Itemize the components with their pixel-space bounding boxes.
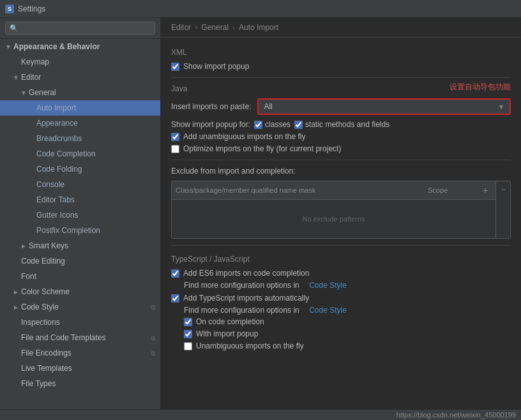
sidebar-label-file-types: File Types bbox=[21, 378, 56, 389]
content-body: XML Show import popup Java 设置自动导包功能 Inse… bbox=[161, 38, 521, 409]
classes-check-group: classes bbox=[254, 120, 291, 129]
find-more-ts-row: Find more configuration options in Code … bbox=[171, 306, 511, 315]
insert-dropdown-wrapper: All Ask None ▼ bbox=[257, 98, 511, 115]
add-typescript-check[interactable] bbox=[171, 294, 179, 303]
sidebar-label-code-folding: Code Folding bbox=[36, 163, 82, 175]
add-typescript-row: Add TypeScript imports automatically bbox=[171, 294, 511, 303]
sidebar-label-gutter-icons: Gutter Icons bbox=[36, 209, 78, 221]
sidebar-item-inspections[interactable]: Inspections bbox=[0, 315, 160, 330]
sidebar-item-keymap[interactable]: Keymap bbox=[0, 54, 160, 70]
sidebar-item-appearance-behavior[interactable]: ▼Appearance & Behavior bbox=[0, 39, 160, 54]
sidebar-label-appearance-behavior: Appearance & Behavior bbox=[13, 41, 100, 52]
sidebar-label-breadcrumbs: Breadcrumbs bbox=[36, 133, 82, 144]
sidebar-item-file-code-templates[interactable]: File and Code Templates⧉ bbox=[0, 330, 160, 345]
copy-icon-file-encodings: ⧉ bbox=[151, 349, 155, 358]
title-bar-text: Settings bbox=[18, 4, 45, 13]
unambiguous-row: Unambiguous imports on the fly bbox=[171, 341, 511, 350]
breadcrumb-autoimport: Auto Import bbox=[239, 23, 278, 32]
sidebar-label-postfix-completion: Postfix Completion bbox=[36, 225, 100, 236]
sidebar-item-general[interactable]: ▼General bbox=[0, 85, 160, 100]
expand-icon-color-scheme: ► bbox=[13, 287, 19, 297]
code-style-link-ts[interactable]: Code Style bbox=[309, 306, 347, 315]
sidebar-label-keymap: Keymap bbox=[21, 56, 49, 68]
sidebar-item-file-types[interactable]: File Types bbox=[0, 376, 160, 391]
sidebar-label-appearance: Appearance bbox=[36, 117, 78, 129]
es6-check-row: Add ES6 imports on code completion bbox=[171, 269, 511, 278]
sidebar-item-code-folding[interactable]: Code Folding bbox=[0, 161, 160, 177]
sidebar-item-file-encodings[interactable]: File Encodings⧉ bbox=[0, 345, 160, 361]
content-panel: Editor › General › Auto Import XML Show … bbox=[161, 18, 521, 409]
show-import-popup-check[interactable] bbox=[171, 63, 179, 71]
sidebar-label-file-encodings: File Encodings bbox=[21, 347, 72, 359]
unambiguous-check[interactable] bbox=[184, 342, 192, 350]
sidebar-label-code-editing: Code Editing bbox=[21, 255, 65, 267]
expand-icon-code-style: ► bbox=[13, 303, 19, 312]
sidebar-item-console[interactable]: Console bbox=[0, 177, 160, 192]
es6-checkbox[interactable] bbox=[171, 269, 179, 278]
classes-checkbox[interactable] bbox=[254, 121, 262, 129]
sidebar-item-color-scheme[interactable]: ►Color Scheme bbox=[0, 284, 160, 299]
sidebar-item-breadcrumbs[interactable]: Breadcrumbs bbox=[0, 131, 160, 146]
table-col2-header: Scope bbox=[428, 186, 479, 194]
unambiguous-label: Unambiguous imports on the fly bbox=[196, 341, 304, 350]
add-unambiguous-check[interactable] bbox=[171, 133, 179, 141]
sidebar-item-appearance[interactable]: Appearance bbox=[0, 116, 160, 131]
static-checkbox[interactable] bbox=[294, 121, 303, 129]
table-col1-header: Class/package/member qualified name mask bbox=[176, 186, 428, 194]
classes-label: classes bbox=[265, 120, 291, 129]
sidebar-item-code-editing[interactable]: Code Editing bbox=[0, 253, 160, 269]
sidebar-label-font: Font bbox=[21, 271, 36, 282]
xml-section-label: XML bbox=[171, 48, 511, 57]
sidebar-item-font[interactable]: Font bbox=[0, 269, 160, 284]
insert-imports-dropdown[interactable]: All Ask None bbox=[259, 100, 510, 114]
optimize-imports-check[interactable] bbox=[171, 145, 179, 153]
sidebar-item-auto-import[interactable]: Auto Import bbox=[0, 100, 160, 116]
find-more-ts-text: Find more configuration options in bbox=[184, 306, 299, 315]
add-typescript-label: Add TypeScript imports automatically bbox=[183, 294, 309, 303]
optimize-imports-row: Optimize imports on the fly (for current… bbox=[171, 144, 511, 153]
sidebar-item-smart-keys[interactable]: ►Smart Keys bbox=[0, 238, 160, 253]
add-pattern-button[interactable]: + bbox=[479, 184, 492, 197]
sidebar-item-code-completion[interactable]: Code Completion bbox=[0, 146, 160, 161]
sidebar-item-editor-tabs[interactable]: Editor Tabs bbox=[0, 192, 160, 207]
static-check-group: static methods and fields bbox=[294, 120, 389, 129]
sidebar-label-inspections: Inspections bbox=[21, 317, 60, 328]
sidebar-label-auto-import: Auto Import bbox=[36, 102, 76, 114]
copy-icon-code-style: ⧉ bbox=[151, 303, 155, 312]
sidebar-item-live-templates[interactable]: Live Templates bbox=[0, 361, 160, 376]
with-import-popup-row: With import popup bbox=[171, 329, 511, 338]
on-code-completion-row: On code completion bbox=[171, 317, 511, 326]
es6-label: Add ES6 imports on code completion bbox=[183, 269, 309, 278]
search-input[interactable] bbox=[5, 22, 155, 34]
add-unambiguous-row: Add unambiguous imports on the fly bbox=[171, 132, 511, 141]
find-more-es6-text: Find more configuration options in bbox=[184, 281, 299, 290]
sidebar-label-smart-keys: Smart Keys bbox=[29, 240, 68, 251]
sidebar-label-color-scheme: Color Scheme bbox=[21, 286, 70, 297]
sidebar-item-gutter-icons[interactable]: Gutter Icons bbox=[0, 207, 160, 223]
sidebar-label-file-code-templates: File and Code Templates bbox=[21, 332, 106, 343]
tree-container: ▼Appearance & BehaviorKeymap▼Editor▼Gene… bbox=[0, 39, 160, 409]
main-container: ▼Appearance & BehaviorKeymap▼Editor▼Gene… bbox=[0, 18, 521, 409]
static-label: static methods and fields bbox=[305, 120, 389, 129]
cn-annotation: 设置自动导包功能 bbox=[449, 82, 511, 93]
table-empty-state: No exclude patterns bbox=[172, 200, 495, 238]
status-bar: https://blog.csdn.net/weixin_45000199 bbox=[0, 409, 521, 420]
exclude-label: Exclude from import and completion: bbox=[171, 167, 511, 176]
typescript-section: TypeScript / JavaScript Add ES6 imports … bbox=[171, 255, 511, 350]
with-import-popup-check[interactable] bbox=[184, 330, 192, 338]
expand-icon-appearance-behavior: ▼ bbox=[5, 42, 11, 52]
find-more-es6-row: Find more configuration options in Code … bbox=[171, 281, 511, 290]
sidebar-label-general: General bbox=[29, 87, 56, 98]
sidebar-item-code-style[interactable]: ►Code Style⧉ bbox=[0, 299, 160, 315]
status-url: https://blog.csdn.net/weixin_45000199 bbox=[396, 411, 516, 419]
remove-pattern-button[interactable]: − bbox=[497, 184, 509, 195]
add-unambiguous-label: Add unambiguous imports on the fly bbox=[183, 132, 305, 141]
insert-label: Insert imports on paste: bbox=[171, 102, 251, 111]
code-style-link-es6[interactable]: Code Style bbox=[309, 281, 347, 290]
on-code-completion-check[interactable] bbox=[184, 318, 192, 326]
optimize-imports-label: Optimize imports on the fly (for current… bbox=[183, 144, 341, 153]
sidebar-item-postfix-completion[interactable]: Postfix Completion bbox=[0, 223, 160, 238]
sidebar-item-editor[interactable]: ▼Editor bbox=[0, 70, 160, 85]
sidebar-label-code-style: Code Style bbox=[21, 301, 59, 313]
table-main: Class/package/member qualified name mask… bbox=[172, 181, 495, 238]
